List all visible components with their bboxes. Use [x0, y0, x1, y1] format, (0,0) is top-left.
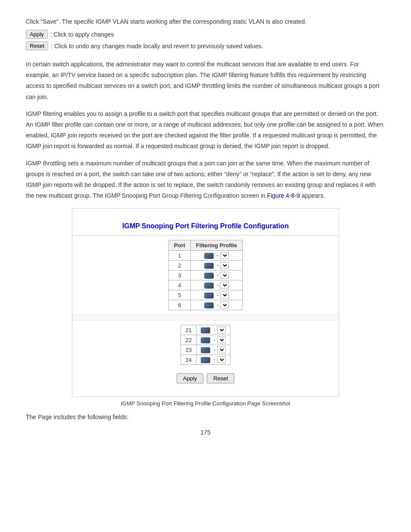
scroll-area [72, 314, 339, 320]
dash-value: - [217, 302, 218, 308]
dash-value: - [217, 262, 218, 268]
table-row: 22 - [181, 335, 230, 345]
profile-select[interactable] [220, 252, 229, 259]
reset-demo-button[interactable]: Reset [26, 41, 48, 50]
table-row: 4 - [168, 280, 242, 290]
network-icon [201, 347, 210, 353]
table-row: 3 - [168, 271, 242, 280]
port-table-top: Port Filtering Profile 1 - 2 - 3 [168, 240, 243, 310]
port-number: 23 [181, 345, 196, 355]
table-row: 6 - [168, 300, 242, 310]
port-number: 5 [168, 290, 190, 300]
network-icon [204, 263, 214, 269]
table-row: 5 - [168, 290, 242, 300]
includes-text: The Page includes the following fields: [26, 414, 385, 420]
filtering-profile-cell[interactable]: - [196, 335, 230, 345]
reset-desc-text: : Click to undo any changes made locally… [51, 43, 263, 50]
table-row: 24 - [181, 355, 230, 365]
profile-select[interactable] [217, 346, 226, 353]
port-number: 4 [168, 280, 190, 290]
profile-select[interactable] [220, 282, 229, 289]
profile-select[interactable] [217, 336, 226, 343]
dash-value: - [214, 356, 215, 363]
port-number: 6 [168, 300, 190, 310]
col-filtering-profile: Filtering Profile [190, 240, 242, 251]
network-icon [201, 337, 210, 343]
paragraph3: IGMP throttling sets a maximum number of… [26, 158, 385, 202]
action-row: Apply Reset [72, 369, 339, 388]
body-text: In certain switch applications, the admi… [26, 59, 385, 201]
filtering-profile-cell[interactable]: - [190, 280, 242, 290]
port-number: 21 [181, 325, 196, 335]
paragraph3-part2: appears. [300, 192, 325, 199]
port-number: 3 [168, 271, 190, 280]
table-row: 23 - [181, 345, 230, 355]
profile-select[interactable] [217, 356, 226, 363]
figure-caption: IGMP Snooping Port Filtering Profile Con… [26, 400, 385, 407]
table-bottom: 21 - 22 - 23 - 24 - [72, 320, 339, 369]
profile-select[interactable] [220, 302, 229, 308]
network-icon [204, 253, 214, 259]
dash-value: - [214, 327, 215, 333]
filtering-profile-cell[interactable]: - [196, 345, 230, 355]
save-note: Click "Save". The specific IGMP VLAN sta… [26, 17, 385, 26]
paragraph1: In certain switch applications, the admi… [26, 59, 385, 103]
filtering-profile-cell[interactable]: - [190, 251, 242, 261]
intro-section: Click "Save". The specific IGMP VLAN sta… [26, 17, 385, 50]
dash-value: - [214, 346, 215, 353]
reset-button[interactable]: Reset [207, 373, 234, 383]
figure-link[interactable]: Figure 4-8-9 [267, 192, 300, 199]
col-port: Port [168, 240, 190, 251]
figure-container: IGMP Snooping Port Filtering Profile Con… [72, 217, 339, 388]
dash-value: - [217, 282, 218, 288]
network-icon [204, 292, 214, 299]
apply-desc-text: : Click to apply changes [50, 31, 114, 38]
apply-desc-row: Apply : Click to apply changes [26, 30, 385, 39]
port-number: 24 [181, 355, 196, 365]
table-row: 1 - [168, 251, 242, 261]
table-top: Port Filtering Profile 1 - 2 - 3 [72, 236, 339, 314]
table-row: 2 - [168, 261, 242, 271]
reset-desc-row: Reset : Click to undo any changes made l… [26, 41, 385, 50]
port-number: 2 [168, 261, 190, 271]
filtering-profile-cell[interactable]: - [190, 300, 242, 310]
dash-value: - [217, 292, 218, 298]
dash-value: - [217, 252, 218, 258]
port-number: 1 [168, 251, 190, 261]
port-table-bottom: 21 - 22 - 23 - 24 - [181, 325, 230, 365]
filtering-profile-cell[interactable]: - [190, 271, 242, 280]
filtering-profile-cell[interactable]: - [190, 290, 242, 300]
profile-select[interactable] [220, 262, 229, 269]
network-icon [201, 357, 210, 363]
table-row: 21 - [181, 325, 230, 335]
apply-button[interactable]: Apply [177, 373, 204, 383]
dash-value: - [217, 272, 218, 278]
network-icon [204, 283, 214, 289]
profile-select[interactable] [220, 292, 229, 299]
profile-select[interactable] [220, 272, 229, 279]
page-number: 175 [26, 429, 385, 436]
figure-outer: IGMP Snooping Port Filtering Profile Con… [72, 208, 339, 397]
filtering-profile-cell[interactable]: - [190, 261, 242, 271]
dash-value: - [214, 336, 215, 343]
paragraph2: IGMP filtering enables you to assign a p… [26, 109, 385, 152]
filtering-profile-cell[interactable]: - [196, 325, 230, 335]
network-icon [204, 273, 214, 279]
profile-select[interactable] [217, 327, 226, 333]
port-number: 22 [181, 335, 196, 345]
filtering-profile-cell[interactable]: - [196, 355, 230, 365]
apply-demo-button[interactable]: Apply [26, 30, 48, 39]
figure-title: IGMP Snooping Port Filtering Profile Con… [72, 217, 339, 236]
network-icon [201, 327, 210, 333]
network-icon [204, 302, 214, 308]
